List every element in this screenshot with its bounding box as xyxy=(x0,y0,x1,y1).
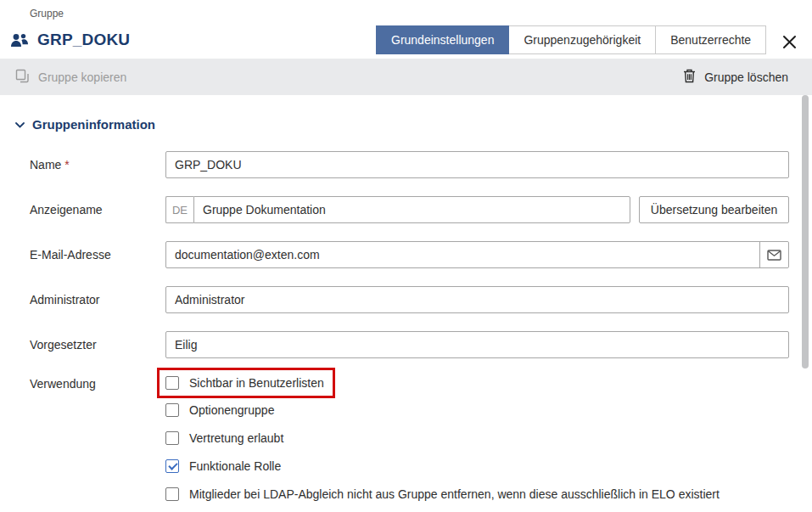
email-input[interactable] xyxy=(165,241,789,268)
tab-gruppenzugehoerigkeit[interactable]: Gruppenzugehörigkeit xyxy=(509,25,656,54)
checkbox-box[interactable] xyxy=(165,459,179,473)
form-row-display-name: Anzeigename DE Übersetzung bearbeiten xyxy=(0,196,812,223)
usage-label: Verwendung xyxy=(30,376,165,391)
form-row-usage: Verwendung Sichtbar in Benutzerlisten Op… xyxy=(0,376,812,512)
tab-bar: Grundeinstellungen Gruppenzugehörigkeit … xyxy=(376,25,766,54)
supervisor-label: Vorgesetzter xyxy=(30,338,165,352)
display-name-input[interactable] xyxy=(193,196,630,223)
mail-icon[interactable] xyxy=(759,242,788,267)
language-prefix: DE xyxy=(165,196,193,223)
form-row-email: E-Mail-Adresse xyxy=(0,241,812,268)
trash-icon xyxy=(683,69,696,86)
edit-translation-button[interactable]: Übersetzung bearbeiten xyxy=(639,196,789,223)
checkbox-box[interactable] xyxy=(165,487,179,501)
action-toolbar: Gruppe kopieren Gruppe löschen xyxy=(0,59,812,95)
checkbox-label: Sichtbar in Benutzerlisten xyxy=(189,376,324,390)
checkbox-label: Vertretung erlaubt xyxy=(189,431,283,445)
copy-group-button[interactable]: Gruppe kopieren xyxy=(15,69,126,86)
supervisor-input[interactable] xyxy=(165,331,789,358)
entity-type-label: Gruppe xyxy=(30,8,64,20)
form-row-administrator: Administrator xyxy=(0,286,812,313)
form-row-name: Name* xyxy=(0,151,812,178)
checkbox-sichtbar-in-benutzerlisten[interactable]: Sichtbar in Benutzerlisten xyxy=(157,368,335,398)
administrator-input[interactable] xyxy=(165,286,789,313)
copy-group-label: Gruppe kopieren xyxy=(38,70,126,84)
checkbox-label: Mitglieder bei LDAP-Abgleich nicht aus G… xyxy=(189,487,720,501)
dialog-header: Gruppe GRP_DOKU Grundeinstellungen Grupp… xyxy=(0,0,812,59)
page-title: GRP_DOKU xyxy=(37,31,130,49)
title-row: GRP_DOKU xyxy=(10,31,130,49)
group-icon xyxy=(10,33,29,48)
name-input[interactable] xyxy=(165,151,789,178)
tab-benutzerrechte[interactable]: Benutzerrechte xyxy=(656,25,766,54)
checkbox-label: Funktionale Rolle xyxy=(189,459,281,473)
delete-group-button[interactable]: Gruppe löschen xyxy=(683,69,788,86)
form-row-supervisor: Vorgesetzter xyxy=(0,331,812,358)
checkbox-box[interactable] xyxy=(165,431,179,445)
vertical-scrollbar[interactable] xyxy=(802,95,809,369)
section-gruppeninformation[interactable]: Gruppeninformation xyxy=(15,116,812,132)
email-field-wrap xyxy=(165,241,789,268)
group-form: Name* Anzeigename DE Übersetzung bearbei… xyxy=(0,151,812,512)
checkbox-box[interactable] xyxy=(165,403,179,417)
required-marker: * xyxy=(64,158,69,172)
delete-group-label: Gruppe löschen xyxy=(704,70,788,84)
display-name-combo: DE xyxy=(165,196,630,223)
group-settings-dialog: Gruppe GRP_DOKU Grundeinstellungen Grupp… xyxy=(0,0,812,512)
checkbox-ldap-abgleich[interactable]: Mitglieder bei LDAP-Abgleich nicht aus G… xyxy=(165,487,720,502)
name-label: Name* xyxy=(30,158,165,172)
close-icon[interactable] xyxy=(780,32,798,51)
chevron-down-icon xyxy=(15,116,25,132)
dialog-body: Gruppeninformation Name* Anzeigename DE xyxy=(0,95,812,512)
tab-grundeinstellungen[interactable]: Grundeinstellungen xyxy=(376,25,509,54)
administrator-label: Administrator xyxy=(30,293,165,307)
display-name-label: Anzeigename xyxy=(30,203,165,217)
section-title: Gruppeninformation xyxy=(32,117,155,132)
copy-icon xyxy=(15,69,30,86)
checkbox-funktionale-rolle[interactable]: Funktionale Rolle xyxy=(165,459,281,474)
checkbox-optionengruppe[interactable]: Optionengruppe xyxy=(165,402,274,418)
checkbox-label: Optionengruppe xyxy=(189,403,274,417)
usage-checkbox-list: Sichtbar in Benutzerlisten Optionengrupp… xyxy=(165,376,720,512)
checkbox-vertretung-erlaubt[interactable]: Vertretung erlaubt xyxy=(165,430,283,446)
email-label: E-Mail-Adresse xyxy=(30,248,165,262)
checkbox-box[interactable] xyxy=(165,376,179,390)
